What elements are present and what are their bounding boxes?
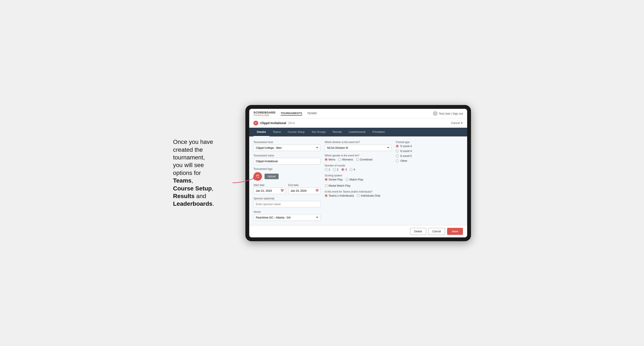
venue-select[interactable]: Peachtree GC - Atlanta - GA <box>254 214 320 221</box>
venue-group: Venue Peachtree GC - Atlanta - GA <box>254 210 320 221</box>
start-date-label: Start date <box>254 184 286 186</box>
date-row: Start date 📅 End date 📅 <box>254 184 320 194</box>
tablet-screen: SCOREBOARD Powered by clippd TOURNAMENTS… <box>249 109 467 237</box>
tournament-name-label: Tournament name <box>254 154 320 157</box>
rounds-label: Number of rounds <box>325 164 392 167</box>
rounds-group: Number of rounds 1 2 <box>325 164 392 171</box>
tournament-header: C Clippd Invitational (Men) Cancel ✕ <box>249 119 467 128</box>
nav-tournaments[interactable]: TOURNAMENTS <box>281 112 302 116</box>
tab-leaderboards[interactable]: Leaderboards <box>345 128 369 137</box>
nav-teams[interactable]: TEAMS <box>307 112 317 116</box>
delete-button[interactable]: Delete <box>410 228 426 235</box>
sponsor-group: Sponsor (optional) <box>254 197 320 207</box>
tab-course-setup[interactable]: Course Setup <box>284 128 308 137</box>
tournament-logo-group: Tournament logo C Upload <box>254 168 320 181</box>
end-date-group: End date 📅 <box>288 184 320 194</box>
division-group: Which division is the event for? NCAA Di… <box>325 141 392 151</box>
main-nav: TOURNAMENTS TEAMS <box>281 112 317 116</box>
tab-details[interactable]: Details <box>254 128 270 137</box>
tab-printables[interactable]: Printables <box>369 128 388 137</box>
format-group: Format type 5 count 4 6 count 4 <box>396 141 463 162</box>
tournament-title-row: C Clippd Invitational (Men) <box>254 121 295 125</box>
tournament-name-group: Tournament name <box>254 154 320 165</box>
gender-label: Which gender is the event for? <box>325 154 392 157</box>
start-date-group: Start date 📅 <box>254 184 286 194</box>
tournament-name: Clippd Invitational <box>260 121 286 125</box>
calendar-icon: 📅 <box>280 189 284 192</box>
tournament-logo-label: Tournament logo <box>254 168 320 171</box>
rounds-3[interactable]: 3 <box>341 168 347 171</box>
tournament-host-select[interactable]: Clippd College - Men <box>254 145 320 151</box>
user-area: Test User | Sign out <box>433 111 463 116</box>
gender-mens[interactable]: Mens <box>325 158 336 161</box>
division-label: Which division is the event for? <box>325 141 392 144</box>
format-other[interactable]: Other <box>396 159 463 162</box>
scoring-group: Scoring system Stroke Play Match Play <box>325 174 392 187</box>
calendar-icon-end: 📅 <box>316 189 319 192</box>
sponsor-label: Sponsor (optional) <box>254 197 320 200</box>
format-6count4[interactable]: 6 count 4 <box>396 149 463 153</box>
format-6count5[interactable]: 6 count 5 <box>396 154 463 158</box>
tournament-logo-small: C <box>254 121 258 125</box>
tournament-gender-tag: (Men) <box>288 122 295 125</box>
teams-plus-individuals[interactable]: Teams (+Individuals) <box>325 194 354 197</box>
gender-radio-group: Mens Womens Combined <box>325 158 392 161</box>
form-footer: Delete Cancel Save <box>249 225 467 237</box>
tab-tee-groups[interactable]: Tee Groups <box>308 128 329 137</box>
cancel-top-button[interactable]: Cancel ✕ <box>451 121 463 125</box>
teams-radio-group: Teams (+Individuals) Individuals Only <box>325 194 392 197</box>
logo-preview: C <box>254 172 262 181</box>
rounds-2[interactable]: 2 <box>333 168 338 171</box>
scoring-match[interactable]: Match Play <box>346 178 363 181</box>
venue-label: Venue <box>254 210 320 213</box>
avatar <box>433 111 438 116</box>
tournament-name-input[interactable] <box>254 158 320 165</box>
page-wrapper: Once you have created the tournament, yo… <box>173 105 471 241</box>
format-5count4[interactable]: 5 count 4 <box>396 145 463 148</box>
logo-title: SCOREBOARD <box>254 111 276 114</box>
form-column-1: Tournament Host Clippd College - Men Tou… <box>254 141 320 221</box>
scoring-label: Scoring system <box>325 174 392 177</box>
end-date-wrapper: 📅 <box>288 187 320 194</box>
division-select[interactable]: NCAA Division III <box>325 145 392 151</box>
teams-individuals-label: Is this event for Teams and/or Individua… <box>325 190 392 193</box>
format-options: 5 count 4 6 count 4 6 count 5 <box>396 145 463 162</box>
gender-group: Which gender is the event for? Mens Wome… <box>325 154 392 161</box>
form-column-2: Which division is the event for? NCAA Di… <box>325 141 392 221</box>
end-date-label: End date <box>288 184 320 186</box>
top-nav-left: SCOREBOARD Powered by clippd TOURNAMENTS… <box>254 111 317 116</box>
tournament-host-label: Tournament Host <box>254 141 320 144</box>
gender-womens[interactable]: Womens <box>338 158 353 161</box>
instructional-text: Once you have created the tournament, yo… <box>173 138 237 208</box>
start-date-wrapper: 📅 <box>254 187 286 194</box>
scoring-stroke[interactable]: Stroke Play <box>325 178 343 181</box>
logo-area: SCOREBOARD Powered by clippd <box>254 111 276 116</box>
scoring-medal[interactable]: Medal Match Play <box>325 184 350 187</box>
tablet: SCOREBOARD Powered by clippd TOURNAMENTS… <box>246 105 471 241</box>
logo-upload-row: C Upload <box>254 172 320 181</box>
tab-results[interactable]: Results <box>329 128 345 137</box>
user-text[interactable]: Test User | Sign out <box>439 112 463 115</box>
save-button[interactable]: Save <box>447 228 463 235</box>
form-content: Tournament Host Clippd College - Men Tou… <box>249 137 467 225</box>
individuals-only[interactable]: Individuals Only <box>357 194 380 197</box>
tab-teams[interactable]: Teams <box>270 128 284 137</box>
teams-individuals-group: Is this event for Teams and/or Individua… <box>325 190 392 197</box>
gender-combined[interactable]: Combined <box>356 158 372 161</box>
sponsor-input[interactable] <box>254 201 320 207</box>
scoring-radio-group: Stroke Play Match Play Medal Match Play <box>325 178 392 187</box>
tournament-host-group: Tournament Host Clippd College - Men <box>254 141 320 151</box>
form-column-3: Format type 5 count 4 6 count 4 <box>396 141 463 221</box>
format-label: Format type <box>396 141 463 144</box>
upload-button[interactable]: Upload <box>264 174 278 179</box>
cancel-button[interactable]: Cancel <box>428 228 445 235</box>
top-nav: SCOREBOARD Powered by clippd TOURNAMENTS… <box>249 109 467 119</box>
tabs-bar: Details Teams Course Setup Tee Groups Re… <box>249 128 467 137</box>
logo-sub: Powered by clippd <box>254 114 276 116</box>
rounds-1[interactable]: 1 <box>325 168 330 171</box>
rounds-radio-group: 1 2 3 4 <box>325 168 392 171</box>
rounds-4[interactable]: 4 <box>350 168 355 171</box>
